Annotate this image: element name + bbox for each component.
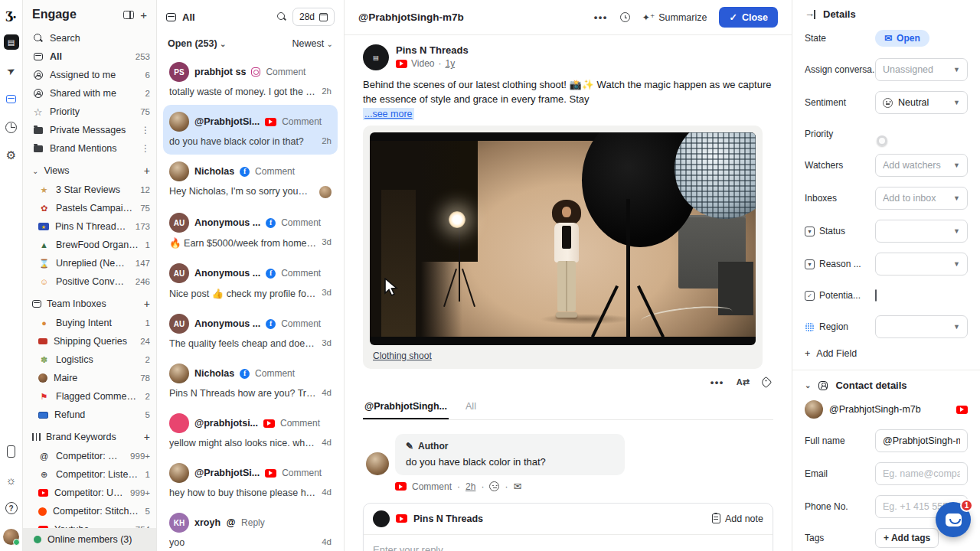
add-icon[interactable]: + — [140, 8, 147, 21]
sidebar-keyword-item[interactable]: Competitor: Urban ... 999+ — [38, 484, 150, 502]
more-icon[interactable]: ••• — [594, 11, 608, 23]
sidebar-view-item[interactable]: ★ 3 Star Reviews 12 — [38, 181, 150, 199]
message-list-item[interactable]: @PrabhjotSi... Comment hey how to buy th… — [163, 456, 338, 506]
sidebar-item-private-messages[interactable]: Private Messages ⋮ — [32, 121, 150, 139]
person-icon — [32, 70, 44, 80]
add-field-button[interactable]: +Add Field — [805, 348, 968, 359]
sidebar-view-item[interactable]: ▲ BrewFood Organics 1 — [38, 236, 150, 254]
reason-select[interactable]: ▼ — [875, 253, 968, 276]
sidebar-item-shared[interactable]: Shared with me 2 — [32, 84, 150, 103]
sidebar-item-search[interactable]: Search — [32, 29, 150, 47]
message-list-item[interactable]: AU Anonymous ... Comment The quality fee… — [163, 307, 338, 357]
sidebar-view-item[interactable]: ☺ Positive Conversations 246 — [38, 272, 150, 291]
assignee-select[interactable]: Unassigned▼ — [875, 58, 968, 81]
section-team-inboxes[interactable]: Team Inboxes + — [32, 294, 150, 314]
sidebar-keyword-item[interactable]: ⊕ Competitor: Listening 1 — [38, 465, 150, 484]
add-note-button[interactable]: Add note — [712, 514, 763, 524]
user-avatar[interactable] — [3, 529, 19, 545]
see-more-link[interactable]: ...see more — [363, 108, 414, 120]
message-list-item[interactable]: Nicholas Comment Pins N Threads how are … — [163, 357, 338, 406]
region-select[interactable]: ▼ — [875, 315, 968, 338]
full-name-field[interactable] — [875, 429, 968, 452]
tab-author[interactable]: @PrabhjotSingh... — [363, 396, 449, 419]
sentiment-select[interactable]: Neutral▼ — [875, 91, 968, 114]
sidebar-item-all[interactable]: All 253 — [32, 47, 150, 66]
sidebar-team-item[interactable]: Shipping Queries 24 — [38, 332, 150, 350]
mobile-icon[interactable] — [4, 444, 19, 459]
youtube-icon — [956, 406, 968, 414]
kebab-icon[interactable]: ⋮ — [141, 125, 150, 135]
engage-app-icon[interactable]: ▤ — [4, 34, 19, 50]
translate-icon[interactable]: A⇄ — [737, 377, 750, 387]
message-list-item[interactable]: AU Anonymous ... Comment Nice post 👍 che… — [163, 256, 338, 307]
publish-icon[interactable]: ➤ — [4, 63, 19, 78]
online-members[interactable]: Online members (3) — [23, 528, 156, 551]
post-more-icon[interactable]: ••• — [710, 377, 724, 388]
search-icon[interactable] — [277, 12, 286, 21]
inboxes-select[interactable]: Add to inbox▼ — [875, 187, 968, 210]
sidebar-view-item[interactable]: ★ Pins N Threads EU 173 — [38, 217, 150, 236]
watchers-select[interactable]: Add watchers▼ — [875, 154, 968, 177]
date-range-control[interactable]: 28d — [292, 8, 335, 26]
status-select[interactable]: ▼ — [875, 220, 968, 243]
tag-icon[interactable] — [760, 376, 773, 388]
contact-icon — [818, 381, 828, 390]
summarize-button[interactable]: ✦⁺Summarize — [642, 12, 707, 23]
sidebar-team-item[interactable]: ● Buying Intent 1 — [38, 314, 150, 332]
reply-input[interactable]: Enter your reply — [364, 535, 773, 551]
avatar — [169, 463, 189, 483]
inbox-icon[interactable] — [4, 91, 19, 106]
message-list-item[interactable]: Nicholas Comment Hey Nicholas, I'm so so… — [163, 155, 338, 206]
open-filter[interactable]: Open (253) ⌄ — [168, 38, 292, 49]
sidebar-view-item[interactable]: ✿ Pastels Campaign (UTM) 75 — [38, 199, 150, 217]
add-tags-button[interactable]: + Add tags — [875, 528, 939, 548]
add-view-icon[interactable]: + — [144, 165, 150, 177]
section-views[interactable]: ⌄ Views + — [32, 161, 150, 181]
reports-icon[interactable] — [4, 119, 19, 135]
video-caption[interactable]: Clothing shoot — [370, 345, 756, 366]
chat-bubble-icon — [946, 514, 962, 527]
sidebar-keyword-item[interactable]: Youtube 754 — [38, 520, 150, 528]
studio-light — [449, 211, 466, 228]
sidebar-item-brand-mentions[interactable]: Brand Mentions ⋮ — [32, 139, 150, 158]
theme-icon[interactable]: ☼ — [4, 472, 19, 487]
sidebar-team-item[interactable]: ⚑ Flagged Comments 2 — [38, 387, 150, 406]
section-brand-keywords[interactable]: Brand Keywords + — [32, 427, 150, 447]
video-player[interactable] — [370, 132, 756, 345]
sidebar-item-priority[interactable]: ☆ Priority 75 — [32, 103, 150, 121]
support-chat-button[interactable]: 1 — [936, 502, 971, 537]
open-envelope-icon[interactable]: ✉ — [513, 481, 521, 491]
snooze-icon[interactable] — [620, 12, 630, 22]
message-list-item[interactable]: @prabhjotsi... Comment yellow might also… — [163, 406, 338, 456]
sidebar-team-item[interactable]: ✽ Logistics 2 — [38, 350, 150, 369]
settings-icon[interactable]: ⚙ — [4, 148, 19, 163]
collapse-details-icon[interactable] — [805, 10, 816, 19]
sidebar-team-item[interactable]: Refund 5 — [38, 406, 150, 424]
message-list-item[interactable]: KH xroyh Reply yoo 4d — [163, 506, 338, 551]
message-list-item[interactable]: PS prabhjot ss Comment totally waste of … — [163, 55, 338, 105]
thread-tabs: @PrabhjotSingh... All — [363, 396, 773, 420]
sidebar-keyword-item[interactable]: @ Competitor: Driftline... 999+ — [38, 447, 150, 465]
contact-details-section[interactable]: ⌄ Contact details — [805, 370, 968, 400]
sidebar-view-item[interactable]: ⌛ Unreplied (New This ... 147 — [38, 254, 150, 272]
add-inbox-icon[interactable]: + — [144, 298, 150, 310]
state-badge[interactable]: ✉Open — [875, 30, 929, 47]
sentiment-icon[interactable] — [489, 481, 499, 491]
help-icon[interactable]: ? — [4, 500, 19, 516]
email-field[interactable] — [875, 462, 968, 485]
sort-control[interactable]: Newest ⌄ — [292, 38, 333, 49]
post-age[interactable]: 1y — [445, 58, 455, 69]
sidebar-keyword-item[interactable]: Competitor: StitchStyleCo 5 — [38, 502, 150, 520]
sidebar-team-item[interactable]: Maire 78 — [38, 369, 150, 387]
details-title: Details — [823, 8, 856, 20]
sidebar-item-assigned[interactable]: Assigned to me 6 — [32, 66, 150, 84]
add-keyword-icon[interactable]: + — [144, 431, 150, 443]
message-list-item[interactable]: @PrabhjotSi... Comment do you have black… — [163, 105, 338, 155]
close-button[interactable]: ✓Close — [719, 7, 778, 28]
collapse-panel-icon[interactable] — [123, 11, 134, 19]
kebab-icon[interactable]: ⋮ — [141, 143, 150, 154]
potential-checkbox[interactable] — [875, 289, 877, 302]
message-list-item[interactable]: AU Anonymous ... Comment 🔥 Earn $5000/we… — [163, 206, 338, 256]
tab-all[interactable]: All — [464, 396, 478, 419]
comment-time[interactable]: 2h — [466, 481, 475, 492]
